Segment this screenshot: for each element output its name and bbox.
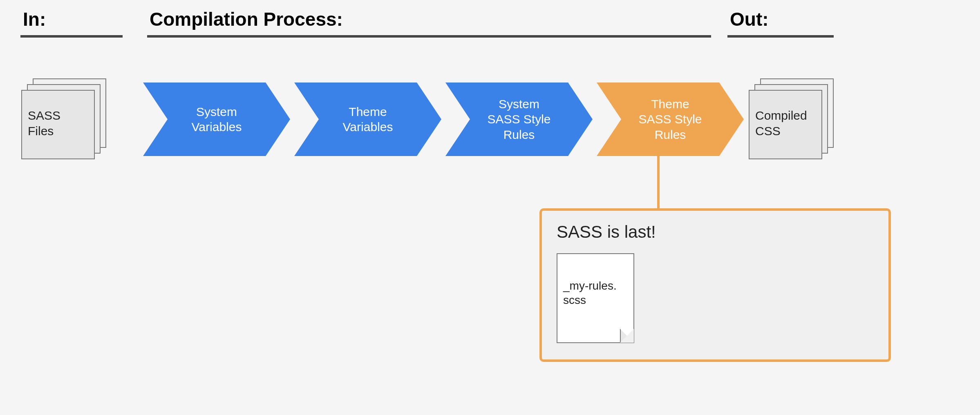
step-theme-variables: ThemeVariables	[294, 83, 441, 156]
header-in-label: In:	[20, 8, 123, 30]
output-file-stack-icon: CompiledCSS	[748, 78, 830, 156]
header-out-label: Out:	[727, 8, 834, 30]
input-file-label: SASSFiles	[28, 108, 60, 138]
document-label: _my-rules.scss	[563, 279, 617, 307]
step-label: ThemeSASS StyleRules	[638, 96, 702, 143]
diagram-root: In: Compilation Process: Out: SASSFiles …	[0, 0, 980, 415]
step-system-sass-rules: SystemSASS StyleRules	[445, 83, 593, 156]
step-theme-sass-rules: ThemeSASS StyleRules	[597, 83, 744, 156]
header-out: Out:	[727, 8, 834, 38]
output-file-label: CompiledCSS	[755, 108, 807, 138]
file-icon: SASSFiles	[21, 90, 95, 159]
header-in-rule	[20, 35, 123, 38]
header-process: Compilation Process:	[147, 8, 711, 38]
step-label: SystemSASS StyleRules	[487, 96, 550, 143]
step-label: SystemVariables	[192, 104, 242, 135]
header-process-rule	[147, 35, 711, 38]
input-file-stack-icon: SASSFiles	[20, 78, 102, 156]
file-icon: CompiledCSS	[749, 90, 822, 159]
header-process-label: Compilation Process:	[147, 8, 711, 30]
step-label: ThemeVariables	[343, 104, 393, 135]
header-in: In:	[20, 8, 123, 38]
flow-row: SASSFiles SystemVariables ThemeVariables…	[16, 78, 964, 160]
callout-connector	[657, 156, 660, 209]
callout-box: SASS is last! _my-rules.scss	[539, 208, 891, 362]
callout-title: SASS is last!	[557, 222, 874, 242]
section-headers: In: Compilation Process: Out:	[20, 8, 964, 38]
document-icon: _my-rules.scss	[557, 253, 634, 343]
step-system-variables: SystemVariables	[143, 83, 290, 156]
page-fold-icon	[620, 329, 634, 343]
header-out-rule	[727, 35, 834, 38]
